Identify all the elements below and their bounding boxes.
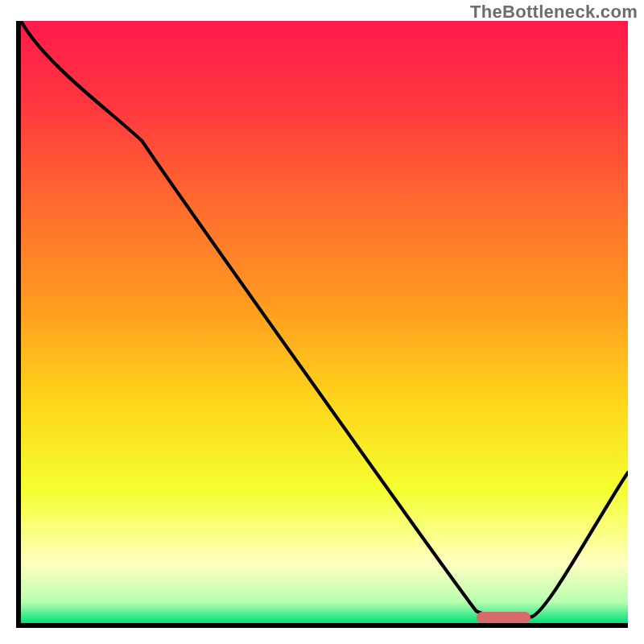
- attribution-label: TheBottleneck.com: [470, 2, 638, 23]
- optimal-region-marker: [477, 612, 531, 623]
- svg-rect-0: [21, 21, 628, 623]
- plot-area: [16, 21, 628, 628]
- chart-frame: TheBottleneck.com: [0, 0, 644, 644]
- gradient-background: [21, 21, 628, 623]
